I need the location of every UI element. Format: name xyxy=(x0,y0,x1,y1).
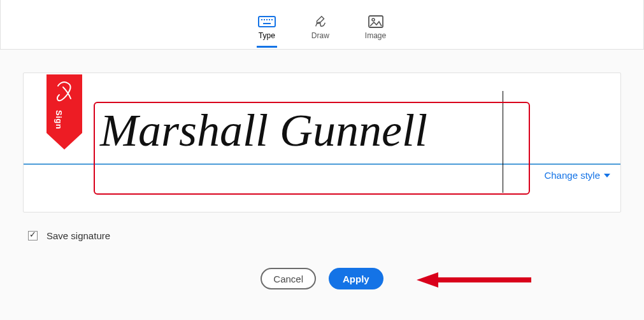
annotation-arrow-icon xyxy=(417,270,531,289)
dialog-button-row: Cancel Apply xyxy=(23,268,621,289)
change-style-link[interactable]: Change style xyxy=(544,170,610,181)
image-icon xyxy=(367,15,385,29)
svg-rect-5 xyxy=(271,19,273,20)
save-signature-row: Save signature xyxy=(23,212,621,241)
svg-rect-3 xyxy=(266,19,268,20)
svg-rect-4 xyxy=(269,19,270,20)
svg-rect-2 xyxy=(264,19,265,20)
keyboard-icon xyxy=(258,15,276,29)
tab-type[interactable]: Type xyxy=(255,10,278,40)
pen-icon xyxy=(311,15,329,29)
tab-type-label: Type xyxy=(259,31,275,40)
tab-image-label: Image xyxy=(365,31,386,40)
signature-baseline xyxy=(24,163,620,165)
tab-draw[interactable]: Draw xyxy=(309,10,332,40)
svg-rect-1 xyxy=(261,19,262,20)
save-signature-checkbox[interactable] xyxy=(28,231,38,240)
svg-marker-10 xyxy=(417,272,438,288)
signature-panel: Sign Marshall Gunnell Change style xyxy=(23,73,621,212)
text-caret xyxy=(503,91,503,193)
tab-image[interactable]: Image xyxy=(362,10,389,40)
chevron-down-icon xyxy=(604,174,610,177)
signature-input-row[interactable]: Marshall Gunnell xyxy=(24,99,620,162)
cancel-button[interactable]: Cancel xyxy=(261,268,316,289)
main-area: Sign Marshall Gunnell Change style Save … xyxy=(0,50,644,289)
signature-mode-toolbar: Type Draw Image xyxy=(0,0,644,50)
svg-rect-0 xyxy=(259,17,275,27)
tab-draw-label: Draw xyxy=(311,31,329,40)
signature-text: Marshall Gunnell xyxy=(100,108,427,153)
svg-rect-6 xyxy=(263,23,271,24)
change-style-label: Change style xyxy=(544,170,600,181)
svg-point-8 xyxy=(372,18,375,21)
save-signature-label: Save signature xyxy=(47,230,110,241)
apply-button[interactable]: Apply xyxy=(329,268,383,289)
